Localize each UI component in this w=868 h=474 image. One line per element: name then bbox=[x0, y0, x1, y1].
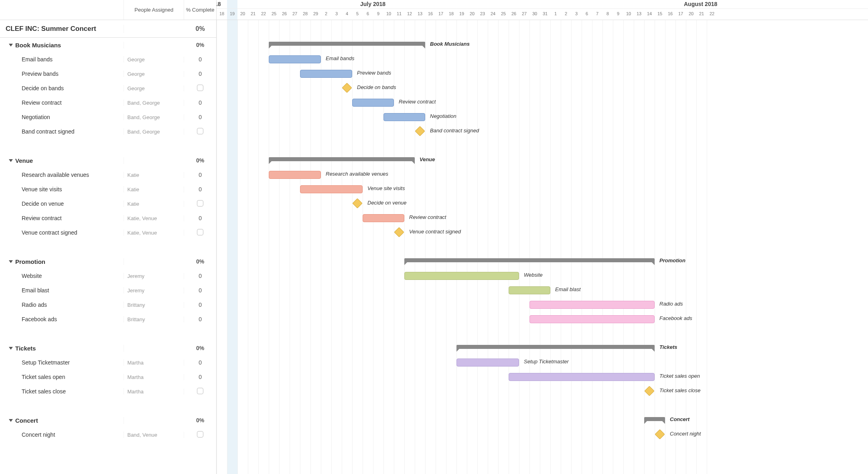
task-bar[interactable] bbox=[529, 301, 655, 309]
day-cell: 29 bbox=[310, 11, 321, 16]
row-name: Radio ads bbox=[22, 302, 47, 308]
complete-checkbox[interactable] bbox=[197, 431, 203, 438]
disclosure-triangle-icon[interactable] bbox=[9, 347, 13, 350]
summary-bar[interactable] bbox=[269, 42, 425, 46]
task-row[interactable]: Venue contract signedKatie, Venue bbox=[0, 225, 216, 240]
task-bar-label: Decide on venue bbox=[367, 200, 407, 206]
row-name: Ticket sales open bbox=[22, 374, 65, 380]
row-pct: 0 bbox=[184, 374, 216, 380]
group-row[interactable]: Concert0% bbox=[0, 413, 216, 427]
complete-checkbox[interactable] bbox=[197, 128, 203, 134]
disclosure-triangle-icon[interactable] bbox=[9, 159, 13, 162]
day-cell: 18 bbox=[217, 11, 227, 16]
gantt-area[interactable]: 18July 2018August 2018 18192021222526272… bbox=[217, 0, 868, 474]
task-bar[interactable] bbox=[300, 70, 352, 78]
group-row[interactable]: Tickets0% bbox=[0, 341, 216, 355]
milestone-diamond-icon[interactable] bbox=[342, 83, 352, 93]
day-cell: 22 bbox=[707, 11, 717, 16]
milestone-diamond-icon[interactable] bbox=[394, 227, 404, 237]
task-bar[interactable] bbox=[352, 99, 394, 107]
row-name: Promotion bbox=[15, 258, 45, 265]
task-bar[interactable] bbox=[529, 315, 655, 323]
day-cell: 16 bbox=[425, 11, 436, 16]
task-row[interactable]: Ticket sales openMartha0 bbox=[0, 370, 216, 384]
milestone-diamond-icon[interactable] bbox=[644, 386, 654, 396]
task-row[interactable]: Review contractKatie, Venue0 bbox=[0, 211, 216, 225]
task-bar[interactable] bbox=[509, 286, 550, 294]
task-bar[interactable] bbox=[404, 272, 519, 280]
task-row[interactable]: Review contractBand, George0 bbox=[0, 95, 216, 110]
day-cell: 20 bbox=[237, 11, 248, 16]
task-row[interactable]: WebsiteJeremy0 bbox=[0, 269, 216, 283]
complete-checkbox[interactable] bbox=[197, 200, 203, 207]
row-pct bbox=[184, 85, 216, 92]
row-assigned: Jeremy bbox=[124, 288, 184, 294]
summary-bar[interactable] bbox=[404, 258, 655, 262]
disclosure-triangle-icon[interactable] bbox=[9, 44, 13, 47]
task-bar[interactable] bbox=[383, 113, 425, 121]
task-row[interactable]: Decide on bandsGeorge bbox=[0, 81, 216, 95]
group-row[interactable]: Venue0% bbox=[0, 153, 216, 168]
row-name: Concert bbox=[15, 417, 38, 424]
row-name: Preview bands bbox=[22, 71, 59, 77]
task-row[interactable]: Decide on venueKatie bbox=[0, 196, 216, 211]
task-row[interactable]: Concert nightBand, Venue bbox=[0, 427, 216, 442]
task-bar[interactable] bbox=[456, 359, 519, 367]
project-row[interactable]: CLEF INC: Summer Concert 0% bbox=[0, 20, 216, 38]
task-row[interactable]: Ticket sales closeMartha bbox=[0, 384, 216, 399]
col-people-header[interactable]: People Assigned bbox=[124, 0, 184, 20]
complete-checkbox[interactable] bbox=[197, 388, 203, 394]
task-bar[interactable] bbox=[300, 185, 363, 193]
row-assigned: Band, George bbox=[124, 129, 184, 135]
summary-bar[interactable] bbox=[456, 345, 655, 349]
day-cell: 27 bbox=[519, 11, 529, 16]
day-cell: 22 bbox=[258, 11, 269, 16]
task-row[interactable]: Email bandsGeorge0 bbox=[0, 52, 216, 67]
task-row[interactable]: NegotiationBand, George0 bbox=[0, 110, 216, 124]
row-name: Tickets bbox=[15, 345, 36, 352]
row-pct: 0 bbox=[184, 99, 216, 106]
task-row[interactable]: Band contract signedBand, George bbox=[0, 124, 216, 139]
milestone-diamond-icon[interactable] bbox=[415, 126, 425, 136]
row-pct: 0% bbox=[184, 157, 216, 164]
day-cell: 10 bbox=[383, 11, 394, 16]
row-name: Review contract bbox=[22, 99, 62, 106]
group-row[interactable]: Book Musicians0% bbox=[0, 38, 216, 52]
col-name-header[interactable] bbox=[0, 0, 124, 20]
task-row[interactable]: Email blastJeremy0 bbox=[0, 283, 216, 298]
task-row[interactable]: Setup TicketmasterMartha0 bbox=[0, 355, 216, 370]
task-row[interactable]: Venue site visitsKatie0 bbox=[0, 182, 216, 196]
row-name: Band contract signed bbox=[22, 128, 75, 135]
row-pct: 0 bbox=[184, 302, 216, 308]
day-header: 1819202122252627282923456910111213161718… bbox=[217, 9, 868, 20]
row-assigned: Martha bbox=[124, 374, 184, 380]
day-cell: 30 bbox=[529, 11, 540, 16]
milestone-diamond-icon[interactable] bbox=[655, 429, 665, 439]
task-bar[interactable] bbox=[509, 373, 655, 381]
disclosure-triangle-icon[interactable] bbox=[9, 260, 13, 263]
task-bar[interactable] bbox=[269, 55, 321, 63]
task-row[interactable]: Facebook adsBrittany0 bbox=[0, 312, 216, 326]
task-bar-label: Preview bands bbox=[357, 70, 391, 76]
group-row[interactable]: Promotion0% bbox=[0, 254, 216, 269]
task-row[interactable]: Preview bandsGeorge0 bbox=[0, 67, 216, 81]
row-pct bbox=[184, 200, 216, 208]
task-row[interactable]: Radio adsBrittany0 bbox=[0, 298, 216, 312]
complete-checkbox[interactable] bbox=[197, 229, 203, 235]
col-pct-header[interactable]: % Complete bbox=[184, 0, 216, 20]
row-name: Review contract bbox=[22, 215, 62, 221]
summary-bar[interactable] bbox=[644, 417, 665, 421]
day-cell: 2 bbox=[561, 11, 571, 16]
row-assigned: George bbox=[124, 57, 184, 63]
disclosure-triangle-icon[interactable] bbox=[9, 419, 13, 422]
task-bar[interactable] bbox=[269, 171, 321, 179]
summary-bar[interactable] bbox=[269, 157, 415, 161]
task-bar-label: Research available venues bbox=[326, 171, 388, 177]
task-bar-label: Website bbox=[524, 272, 543, 278]
complete-checkbox[interactable] bbox=[197, 85, 203, 91]
row-name: Facebook ads bbox=[22, 316, 57, 322]
row-name: Decide on bands bbox=[22, 85, 64, 91]
task-bar[interactable] bbox=[363, 214, 404, 222]
task-row[interactable]: Research available venuesKatie0 bbox=[0, 168, 216, 182]
milestone-diamond-icon[interactable] bbox=[352, 198, 362, 208]
